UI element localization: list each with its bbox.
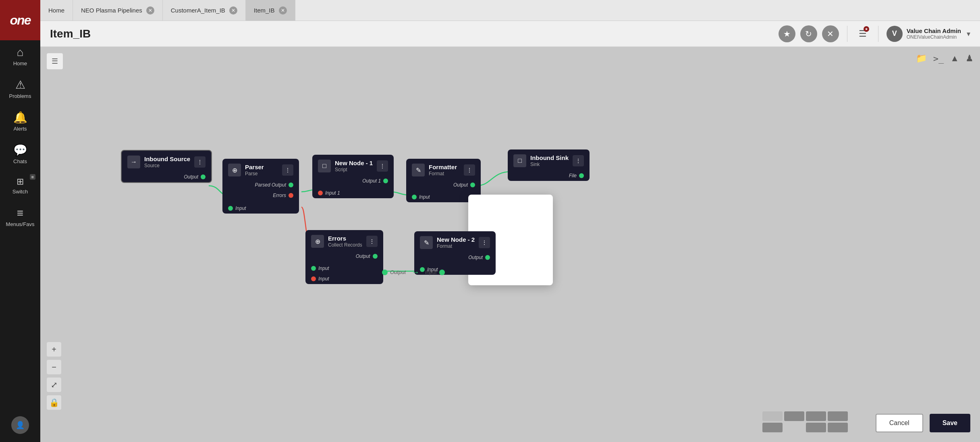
input1-port[interactable] <box>318 191 323 195</box>
output-port[interactable] <box>470 183 475 187</box>
input-row: Input 1 <box>312 188 394 198</box>
output-errors-row: Errors <box>222 190 299 201</box>
output-label: Output <box>184 174 198 180</box>
zoom-out-button[interactable]: − <box>47 360 61 374</box>
pipeline-canvas-area: ☰ 📁 >_ ▲ ♟ + − ⤢ 🔒 → Inbound Source Sour… <box>40 47 980 442</box>
node-inbound-sink[interactable]: □ Inbound Sink Sink ⋮ File <box>508 149 590 181</box>
cancel-button[interactable]: Cancel <box>876 414 923 432</box>
node-icon-new1: □ <box>318 160 331 172</box>
node-parser[interactable]: ⊕ Parser Parse ⋮ Parsed Output Errors In… <box>222 159 299 214</box>
new-node2-input-dot[interactable] <box>439 270 445 275</box>
output-row: Output <box>406 180 481 190</box>
lock-button[interactable]: 🔒 <box>47 395 61 410</box>
tab-neo[interactable]: NEO Plasma Pipelines ✕ <box>73 0 163 21</box>
star-button[interactable]: ★ <box>779 25 795 42</box>
node-menu-button[interactable]: ⋮ <box>573 155 584 166</box>
app-logo[interactable]: one <box>0 0 40 40</box>
menu-button[interactable]: ☰ ★ <box>855 25 870 42</box>
node-menu-button[interactable]: ⋮ <box>194 156 206 168</box>
user-info: Value Chain Admin ONEIValueChainAdmin <box>907 27 961 40</box>
errors-port[interactable] <box>289 193 293 198</box>
output-port-row: Output <box>122 172 211 182</box>
output-port[interactable] <box>373 254 378 259</box>
alerts-icon: 🔔 <box>13 112 27 123</box>
header-actions: ★ ↻ ✕ ☰ ★ V Value Chain Admin ONEIValueC… <box>779 25 970 42</box>
input-port[interactable] <box>412 195 417 199</box>
node-new-node-1[interactable]: □ New Node - 1 Script ⋮ Output 1 Input 1 <box>312 155 394 198</box>
errors-label: Errors <box>273 193 286 198</box>
sidebar-item-avatar[interactable]: 👤 <box>0 410 40 442</box>
zoom-in-button[interactable]: + <box>47 342 61 357</box>
errors-output-port-dot[interactable] <box>382 270 388 275</box>
node-icon-sink: □ <box>513 154 526 167</box>
sidebar-item-alerts[interactable]: 🔔 Alerts <box>0 106 40 138</box>
folder-icon[interactable]: 📁 <box>916 53 927 64</box>
page-title: Item_IB <box>50 27 779 40</box>
canvas-toolbar: ☰ <box>47 53 63 69</box>
sidebar-item-home[interactable]: ⌂ Home <box>0 40 40 73</box>
node-title: New Node - 2 <box>437 236 475 243</box>
connection-arrow: Output → Input <box>382 268 445 277</box>
output-port[interactable] <box>201 174 206 179</box>
home-icon: ⌂ <box>17 47 24 58</box>
tab-customerA[interactable]: CustomerA_Item_IB ✕ <box>163 0 246 21</box>
input2-port[interactable] <box>311 276 316 281</box>
parsed-output-port[interactable] <box>289 183 293 187</box>
file-label: File <box>569 173 577 178</box>
mini-tile <box>828 411 848 421</box>
tab-close-neo[interactable]: ✕ <box>146 6 154 15</box>
sidebar-item-menus[interactable]: ≡ Menus/Favs <box>0 201 40 234</box>
output-label: Output <box>453 182 468 188</box>
sidebar-item-switch[interactable]: ⊞ ≡ Switch <box>0 171 40 201</box>
node-menu-button[interactable]: ⋮ <box>464 164 475 176</box>
file-port-row: File <box>508 170 590 181</box>
close-pipeline-button[interactable]: ✕ <box>822 25 839 42</box>
node-menu-button[interactable]: ⋮ <box>377 160 388 172</box>
output1-port[interactable] <box>383 178 388 183</box>
node-menu-button[interactable]: ⋮ <box>479 237 490 248</box>
input-port[interactable] <box>228 206 233 211</box>
mini-tile <box>762 423 783 432</box>
mini-tile <box>828 423 848 432</box>
menus-icon: ≡ <box>17 208 23 219</box>
tab-item-ib[interactable]: Item_IB ✕ <box>246 0 295 21</box>
node-errors-collect[interactable]: ⊕ Errors Collect Records ⋮ Output Input … <box>305 230 383 284</box>
terminal-icon[interactable]: >_ <box>933 54 944 64</box>
list-view-button[interactable]: ☰ <box>47 53 63 69</box>
user-menu[interactable]: V Value Chain Admin ONEIValueChainAdmin … <box>887 26 970 42</box>
person-icon[interactable]: ♟ <box>965 53 974 64</box>
output-port[interactable] <box>485 255 490 260</box>
node-title: Formatter <box>429 164 460 171</box>
node-subtitle: Script <box>335 167 373 172</box>
refresh-button[interactable]: ↻ <box>800 25 817 42</box>
bottom-actions: Cancel Save <box>876 414 970 432</box>
tab-home[interactable]: Home <box>40 0 73 21</box>
user-avatar: V <box>887 26 903 42</box>
input-label: Input <box>419 194 430 200</box>
mini-tile <box>806 423 826 432</box>
node-inbound-source[interactable]: → Inbound Source Source ⋮ Output <box>121 150 212 183</box>
canvas-top-right-toolbar: 📁 >_ ▲ ♟ <box>916 53 974 64</box>
save-button[interactable]: Save <box>930 414 970 432</box>
input-port-row: Input <box>222 203 299 214</box>
input1-port[interactable] <box>311 266 316 271</box>
tab-bar: Home NEO Plasma Pipelines ✕ CustomerA_It… <box>40 0 980 21</box>
node-icon-new2: ✎ <box>420 236 433 249</box>
tab-close-item-ib[interactable]: ✕ <box>279 6 287 15</box>
sidebar-item-problems[interactable]: ⚠ Problems <box>0 73 40 106</box>
output-label: Output 1 <box>362 178 381 184</box>
sidebar: one ⌂ Home ⚠ Problems 🔔 Alerts 💬 Chats ⊞… <box>0 0 40 442</box>
upload-icon[interactable]: ▲ <box>950 53 959 64</box>
sidebar-item-chats[interactable]: 💬 Chats <box>0 138 40 171</box>
file-port[interactable] <box>579 173 584 178</box>
node-menu-button[interactable]: ⋮ <box>282 164 293 176</box>
mini-map <box>762 411 859 432</box>
node-icon-errors: ⊕ <box>311 235 324 248</box>
header: Item_IB ★ ↻ ✕ ☰ ★ V Value Chain Admin ON… <box>40 21 980 47</box>
tab-close-customerA[interactable]: ✕ <box>229 6 237 15</box>
node-menu-button[interactable]: ⋮ <box>366 236 378 247</box>
header-divider-2 <box>878 26 878 42</box>
fit-screen-button[interactable]: ⤢ <box>47 378 61 392</box>
mini-tile <box>762 411 783 421</box>
problems-icon: ⚠ <box>15 79 25 91</box>
